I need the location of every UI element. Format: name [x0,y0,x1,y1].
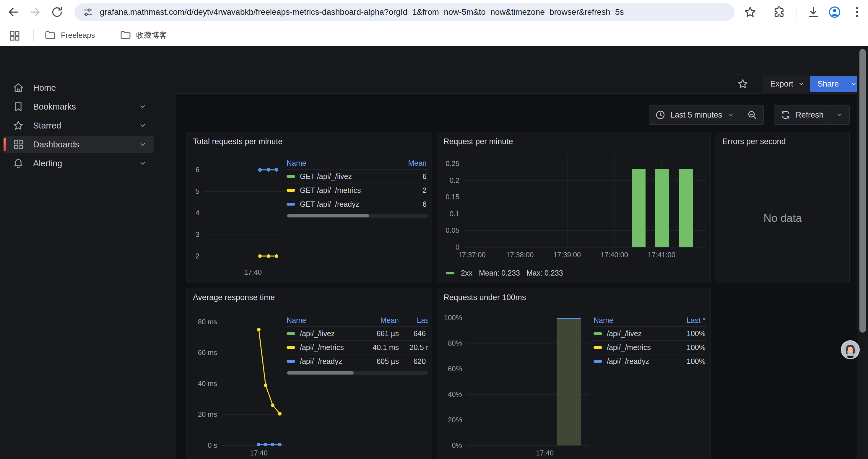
time-range-picker[interactable]: Last 5 minutes [649,105,764,125]
time-series-chart[interactable]: 6543217:40 [204,161,284,265]
reload-icon[interactable] [50,5,64,19]
scrollbar-thumb[interactable] [287,214,369,218]
export-button[interactable]: Export [763,76,812,92]
series-color-chip[interactable] [446,272,454,274]
legend-column-header[interactable]: Last * [399,316,428,325]
dashboard-subheader: Export Share [176,74,868,94]
bookmark-folder[interactable]: 收藏博客 [120,28,167,42]
series-name[interactable]: GET /api/_/metrics [300,186,361,195]
sidebar-item-bookmarks[interactable]: Bookmarks [4,98,154,115]
y-axis-label: 0.2 [450,176,459,185]
menu-dots-icon[interactable] [850,5,864,19]
series-color-chip[interactable] [286,346,295,349]
sidebar-item-home[interactable]: Home [4,79,154,96]
back-icon[interactable] [6,5,20,19]
series-color-chip[interactable] [593,346,602,349]
sidebar-item-label: Home [33,83,154,93]
series-color-chip[interactable] [286,175,295,178]
refresh-button[interactable]: Refresh [774,105,830,124]
series-name[interactable]: /api/_/readyz [607,357,649,366]
panel-title[interactable]: Requests under 100ms [443,293,526,302]
legend-scrollbar[interactable] [286,214,428,218]
legend-column-header[interactable]: Name [286,159,385,167]
refresh-icon [780,109,791,120]
refresh-controls[interactable]: Refresh [774,105,850,125]
series-name[interactable]: /api/_/readyz [300,357,342,366]
gridline [464,247,706,248]
profile-icon[interactable] [828,5,841,19]
legend-scrollbar[interactable] [286,371,428,375]
series-color-chip[interactable] [286,203,295,205]
series-name[interactable]: /api/_/livez [300,329,335,338]
extensions-icon[interactable] [772,5,786,19]
forward-icon[interactable] [28,5,42,19]
page-scrollbar[interactable] [857,46,868,459]
star-icon [12,120,24,131]
legend-column-header[interactable]: Name [593,316,667,325]
y-axis-label: 6 [195,166,199,174]
x-axis-label: 17:40 [536,449,554,457]
bar-chart[interactable]: 0.250.20.150.10.05017:37:0017:38:0017:39… [464,155,706,247]
series-name[interactable]: 2xx [461,269,472,277]
time-range-button[interactable]: Last 5 minutes [649,105,741,124]
panel-title[interactable]: Average response time [193,293,275,302]
y-axis-label: 20 ms [198,410,217,419]
series-name[interactable]: /api/_/livez [607,329,642,338]
sidebar-item-starred[interactable]: Starred [4,117,154,134]
share-button[interactable]: Share [810,76,862,92]
sidebar-item-alerting[interactable]: Alerting [4,155,154,172]
chevron-down-icon[interactable] [138,140,147,149]
panel-title[interactable]: Total requests per minute [193,137,282,146]
legend-table: NameMeanGET /api/_/livez6GET /api/_/metr… [286,157,428,218]
series-color-chip[interactable] [286,189,295,192]
x-axis-label: 17:40 [244,268,262,276]
series-name[interactable]: GET /api/_/readyz [300,200,359,208]
chevron-down-icon[interactable] [138,159,147,168]
time-series-chart[interactable]: 80 ms60 ms40 ms20 ms0 s17:40 [222,314,284,446]
scrollbar-thumb[interactable] [287,371,354,374]
series-color-chip[interactable] [286,360,295,363]
url-bar[interactable]: grafana.mathmast.com/d/deytv4rwavabkb/fr… [74,3,735,21]
area-chart[interactable]: 100%80%60%40%20%0%17:40 [467,314,589,446]
panel-title[interactable]: Errors per second [722,137,786,146]
y-axis-label: 5 [195,187,199,196]
panel-total-requests-per-minute: Total requests per minute 6543217:40 Nam… [186,132,432,283]
legend-value: 2 [385,186,427,195]
scrollbar-thumb[interactable] [860,49,866,333]
x-axis-label: 17:37:00 [458,251,486,259]
series-color-chip[interactable] [593,360,602,363]
series-name[interactable]: /api/_/metrics [300,343,344,352]
legend-value: 40.1 ms [356,343,399,352]
bookmarks-divider [33,29,34,41]
favorite-star-icon[interactable] [737,78,749,90]
legend-column-header[interactable]: Last * [667,316,706,325]
legend-column-header[interactable]: Mean [385,159,427,167]
bookmark-star-icon[interactable] [743,5,757,19]
legend-row: /api/_/metrics100% [593,340,707,355]
no-data-message: No data [716,212,849,225]
series-color-chip[interactable] [286,332,295,335]
apps-icon [12,138,24,150]
legend-row: GET /api/_/livez6 [286,169,428,184]
legend-column-header[interactable]: Name [286,316,356,325]
panel-title[interactable]: Request per minute [443,137,513,146]
legend-column-header[interactable]: Mean [356,316,399,325]
sidebar-item-dashboards[interactable]: Dashboards [4,136,154,153]
series-color-chip[interactable] [593,332,602,335]
data-point [271,443,275,446]
refresh-interval-button[interactable] [830,105,849,124]
gridline [520,155,520,247]
apps-grid-icon[interactable] [8,30,21,42]
site-info-icon[interactable] [82,6,93,18]
assistant-avatar[interactable] [841,340,860,359]
chevron-down-icon[interactable] [138,102,147,111]
legend-value: 6 [385,200,427,208]
zoom-out-button[interactable] [741,105,764,124]
bookmark-folder[interactable]: Freeleaps [44,28,95,42]
download-icon[interactable] [807,5,820,19]
series-name[interactable]: GET /api/_/livez [300,172,352,181]
series-name[interactable]: /api/_/metrics [607,343,651,352]
dashboard-canvas: Last 5 minutes Refresh Total requests pe… [176,94,868,459]
zoom-out-icon [747,109,757,120]
chevron-down-icon[interactable] [138,121,147,130]
